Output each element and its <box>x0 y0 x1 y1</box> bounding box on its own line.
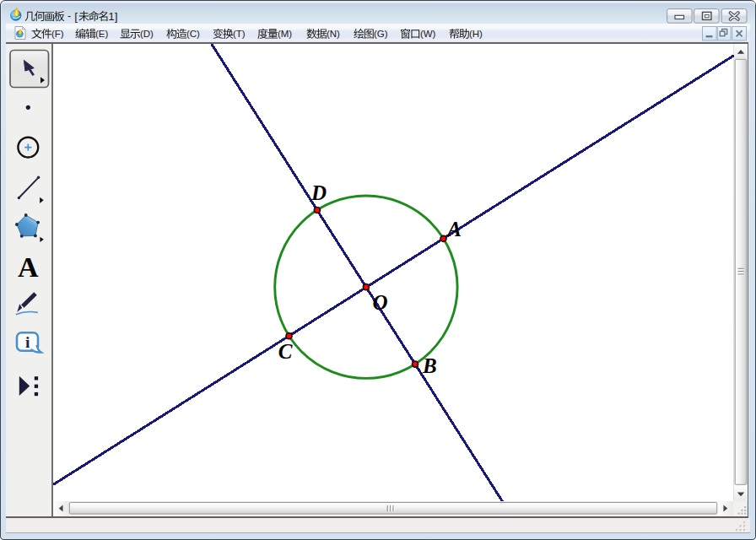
svg-text:A: A <box>18 251 39 283</box>
svg-text:A: A <box>446 218 462 240</box>
svg-text:-: - <box>68 10 71 22</box>
svg-text:O: O <box>372 291 387 314</box>
svg-text:(D): (D) <box>140 29 154 39</box>
svg-text:(W): (W) <box>420 29 436 39</box>
svg-text:D: D <box>310 181 327 204</box>
svg-text:(C): (C) <box>186 29 199 39</box>
svg-text:(T): (T) <box>233 29 246 39</box>
svg-text:(H): (H) <box>469 29 483 39</box>
svg-text:i: i <box>25 332 30 350</box>
svg-text:(N): (N) <box>326 29 339 39</box>
svg-text:(G): (G) <box>373 29 387 39</box>
svg-text:(F): (F) <box>51 29 64 39</box>
svg-text:1]: 1] <box>108 10 117 23</box>
svg-text:(E): (E) <box>95 29 108 39</box>
svg-text:B: B <box>421 354 436 377</box>
svg-text:[: [ <box>74 10 78 23</box>
svg-text:C: C <box>278 340 292 363</box>
svg-text:(M): (M) <box>278 29 292 39</box>
